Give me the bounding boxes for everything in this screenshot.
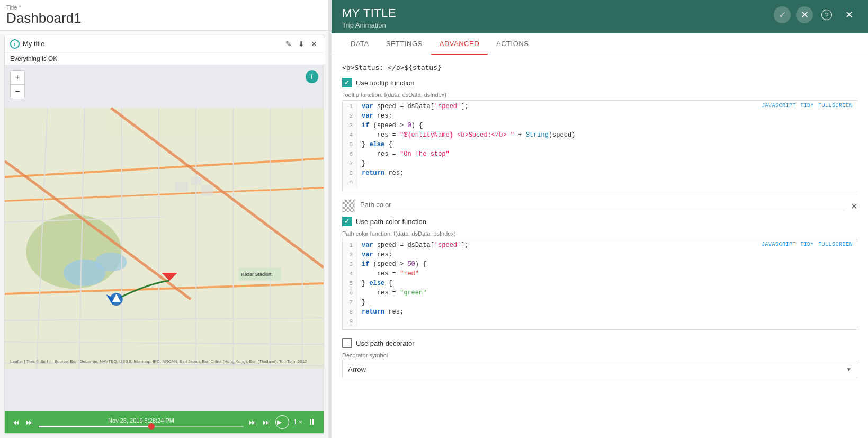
widget-actions: ✎ ⬇ ✕ [284, 39, 318, 49]
check-icon: ✓ [344, 79, 350, 86]
svg-rect-28 [191, 177, 201, 185]
path-color-checkbox-label: Use path color function [356, 218, 426, 226]
code-line-6: 6 res = "On The stop" [343, 150, 857, 160]
close-right-button[interactable]: ✕ [840, 6, 857, 23]
right-panel-header: MY TITLE Trip Animation ✓ ✕ ? ✕ [332, 0, 868, 33]
pause-button[interactable]: ⏸ [307, 416, 317, 428]
code-line-5: 5 } else { [343, 141, 857, 150]
chevron-down-icon: ▼ [846, 367, 852, 372]
widget-icon: i [10, 39, 20, 49]
title-bar: Title * Dashboard1 [0, 0, 328, 31]
close-panel-button[interactable]: ✕ [796, 6, 813, 23]
code-line-2: 2 var res; [343, 112, 857, 122]
svg-text:Leaflet | Tiles © Esri — Sourc: Leaflet | Tiles © Esri — Source: Esri, D… [10, 359, 307, 364]
path-line-4: 4 res = "red" [343, 270, 857, 280]
tabs-bar: DATA SETTINGS ADVANCED ACTIONS [332, 33, 868, 55]
widget-title: My title [23, 40, 281, 48]
play-button[interactable]: ▶ [275, 415, 289, 429]
widget-container: i My title ✎ ⬇ ✕ Everything is OK [4, 35, 324, 434]
svg-rect-29 [201, 185, 213, 195]
code-line-9: 9 [343, 179, 857, 189]
edit-button[interactable]: ✎ [284, 39, 293, 49]
panel-title-group: MY TITLE Trip Animation [342, 6, 396, 29]
path-line-7: 7 } [343, 299, 857, 308]
close-widget-button[interactable]: ✕ [310, 39, 318, 49]
svg-rect-27 [175, 182, 188, 192]
path-line-6: 6 res = "green" [343, 289, 857, 299]
skip-end-button[interactable]: ⏭ [262, 417, 271, 427]
tidy-label[interactable]: TIDY [800, 103, 814, 109]
tab-actions[interactable]: ACTIONS [488, 33, 537, 55]
discard-button[interactable]: ✓ [774, 6, 791, 23]
timeline-bar: ⏮ ⏭ Nov 28, 2019 5:28:24 PM ⏭ ⏭ ▶ 1 × ⏸ [5, 411, 324, 433]
dashboard-title: Dashboard1 [6, 11, 322, 26]
path-color-label: Path color [360, 201, 845, 211]
tooltip-function-label: Tooltip function: f(data, dsData, dsInde… [342, 92, 857, 98]
path-fullscreen-label[interactable]: FULLSCREEN [818, 242, 853, 247]
widget-status: Everything is OK [5, 53, 324, 65]
path-line-3: 3 if (speed > 50) { [343, 261, 857, 270]
timeline-date: Nov 28, 2019 5:28:24 PM [108, 417, 174, 424]
javascript-label[interactable]: JAVASCRIPT [762, 103, 796, 109]
tab-advanced[interactable]: ADVANCED [431, 33, 488, 55]
tooltip-code-toolbar: JAVASCRIPT TIDY FULLSCREEN [762, 103, 853, 109]
tooltip-checkbox-row: ✓ Use tooltip function [342, 78, 857, 87]
path-color-close[interactable]: ✕ [851, 201, 857, 211]
path-decorator-checkbox-label: Use path decorator [356, 339, 415, 347]
code-line-4: 4 res = "${entityName} <b>Speed:</b> " +… [343, 131, 857, 141]
path-line-5: 5 } else { [343, 280, 857, 289]
left-panel: Title * Dashboard1 i My title ✎ ⬇ ✕ Ever… [0, 0, 328, 438]
right-content: <b>Status: </b>${status} ✓ Use tooltip f… [332, 55, 868, 438]
decorator-symbol-select[interactable]: Arrow ▼ [342, 361, 857, 378]
help-button[interactable]: ? [818, 6, 835, 23]
panel-title: MY TITLE [342, 6, 396, 20]
zoom-out-button[interactable]: − [11, 85, 24, 99]
path-check-icon: ✓ [344, 218, 350, 225]
path-line-2: 2 var res; [343, 251, 857, 261]
map-svg: Kezar Stadium Leaflet | Tiles © Esri — S… [5, 65, 324, 411]
tooltip-code-editor[interactable]: JAVASCRIPT TIDY FULLSCREEN 1 var speed =… [342, 100, 857, 191]
tooltip-status-text: <b>Status: </b>${status} [342, 64, 857, 71]
code-line-3: 3 if (speed > 0) { [343, 122, 857, 131]
map-zoom-controls: + − [10, 70, 25, 99]
decorator-section: Decorator symbol Arrow ▼ [342, 352, 857, 378]
timeline-track[interactable] [39, 426, 244, 427]
timeline-slider-container: Nov 28, 2019 5:28:24 PM [39, 417, 244, 427]
path-code-lines: 1 var speed = dsData['speed']; 2 var res… [343, 239, 857, 329]
right-panel: MY TITLE Trip Animation ✓ ✕ ? ✕ DATA SET… [332, 0, 868, 438]
next-button[interactable]: ⏭ [248, 417, 257, 427]
header-actions: ✓ ✕ ? ✕ [774, 6, 857, 23]
fullscreen-label[interactable]: FULLSCREEN [818, 103, 853, 109]
path-color-section: Path color ✕ ✓ Use path color function P… [342, 200, 857, 330]
code-line-7: 7 } [343, 160, 857, 169]
path-color-checkbox[interactable]: ✓ [342, 217, 352, 226]
path-tidy-label[interactable]: TIDY [800, 242, 814, 247]
map-area: Kezar Stadium Leaflet | Tiles © Esri — S… [5, 65, 324, 411]
prev-button[interactable]: ⏭ [25, 417, 34, 427]
code-line-8: 8 return res; [343, 169, 857, 179]
path-color-checkbox-row: ✓ Use path color function [342, 217, 857, 226]
path-color-function-label: Path color function: f(data, dsData, dsI… [342, 230, 857, 237]
speed-display: 1 × [293, 418, 302, 426]
tooltip-checkbox-label: Use tooltip function [356, 79, 415, 87]
tab-settings[interactable]: SETTINGS [378, 33, 431, 55]
timeline-thumb[interactable] [148, 423, 155, 430]
download-button[interactable]: ⬇ [297, 39, 306, 49]
tab-data[interactable]: DATA [342, 33, 378, 55]
svg-text:Kezar Stadium: Kezar Stadium [241, 272, 272, 277]
path-color-code-editor[interactable]: JAVASCRIPT TIDY FULLSCREEN 1 var speed =… [342, 239, 857, 330]
path-decorator-checkbox-row: Use path decorator [342, 338, 857, 348]
map-info-button[interactable]: i [306, 70, 318, 83]
path-line-8: 8 return res; [343, 308, 857, 318]
panel-subtitle: Trip Animation [342, 21, 396, 29]
path-color-swatch[interactable] [342, 200, 355, 212]
path-javascript-label[interactable]: JAVASCRIPT [762, 242, 796, 247]
tooltip-code-lines: 1 var speed = dsData['speed']; 2 var res… [343, 101, 857, 191]
path-line-9: 9 [343, 318, 857, 327]
zoom-in-button[interactable]: + [11, 71, 24, 85]
decorator-symbol-value: Arrow [348, 365, 366, 373]
path-color-header: Path color ✕ [342, 200, 857, 212]
path-decorator-checkbox[interactable] [342, 338, 352, 348]
skip-start-button[interactable]: ⏮ [11, 417, 21, 427]
tooltip-checkbox[interactable]: ✓ [342, 78, 352, 87]
